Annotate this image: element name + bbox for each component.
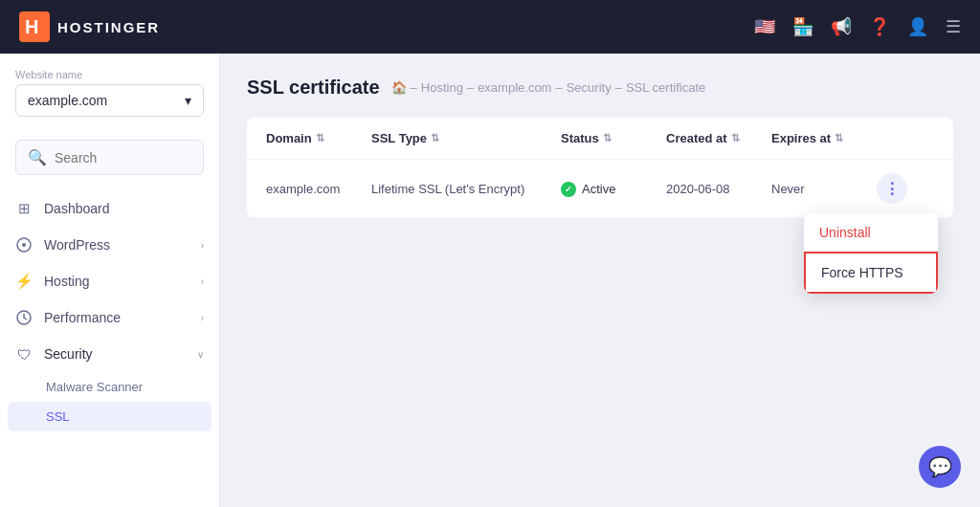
user-icon[interactable]: 👤: [907, 16, 928, 37]
megaphone-icon[interactable]: 📢: [831, 16, 852, 37]
active-status-icon: [561, 182, 576, 197]
main-content: SSL certificate 🏠 – Hosting – example.co…: [220, 54, 980, 507]
sidebar-item-security[interactable]: 🛡 Security ∨: [0, 336, 219, 372]
sidebar-item-wordpress[interactable]: WordPress ›: [0, 227, 219, 263]
force-https-button[interactable]: Force HTTPS: [804, 252, 938, 294]
chat-bubble-button[interactable]: 💬: [919, 446, 961, 488]
chat-icon: 💬: [928, 455, 952, 478]
sidebar-subitem-malware-scanner[interactable]: Malware Scanner: [0, 372, 219, 402]
svg-point-3: [22, 243, 26, 247]
cell-domain: example.com: [266, 182, 371, 196]
chevron-down-icon: ∨: [197, 349, 204, 360]
col-ssl-type[interactable]: SSL Type ⇅: [371, 131, 561, 145]
more-actions-button[interactable]: ⋮: [877, 173, 907, 204]
sidebar: Website name example.com ▾ 🔍 ⊞ Dashboard…: [0, 54, 220, 507]
chevron-right-icon: ›: [201, 276, 204, 287]
page-title: SSL certificate: [247, 77, 380, 99]
security-icon: 🛡: [15, 345, 33, 363]
cell-ssl-type: Lifetime SSL (Let's Encrypt): [371, 182, 561, 196]
svg-text:H: H: [25, 16, 39, 37]
col-actions: [877, 131, 934, 145]
logo[interactable]: H HOSTINGER: [19, 11, 160, 42]
ssl-label: SSL: [46, 409, 70, 424]
col-domain[interactable]: Domain ⇅: [266, 131, 371, 145]
menu-icon[interactable]: ☰: [946, 16, 961, 37]
table-row: example.com Lifetime SSL (Let's Encrypt)…: [247, 160, 953, 218]
website-dropdown[interactable]: example.com ▾: [15, 84, 204, 117]
flag-icon[interactable]: 🇺🇸: [754, 16, 775, 37]
website-label: Website name: [15, 69, 204, 80]
page-header: SSL certificate 🏠 – Hosting – example.co…: [247, 77, 953, 99]
dashboard-icon: ⊞: [15, 200, 33, 217]
search-box[interactable]: 🔍: [15, 140, 204, 175]
cell-status: Active: [561, 181, 666, 197]
sidebar-subitem-ssl[interactable]: SSL: [8, 402, 212, 431]
sidebar-item-label: Dashboard: [44, 201, 110, 216]
col-created-at[interactable]: Created at ⇅: [666, 131, 771, 145]
sort-icon: ⇅: [316, 132, 324, 144]
table-header: Domain ⇅ SSL Type ⇅ Status ⇅ Created at …: [247, 118, 953, 160]
cell-more-actions: ⋮: [877, 173, 934, 204]
website-selector: Website name example.com ▾: [0, 69, 219, 132]
store-icon[interactable]: 🏪: [792, 16, 813, 37]
col-expires-at[interactable]: Expires at ⇅: [771, 131, 877, 145]
brand-name: HOSTINGER: [57, 19, 160, 35]
col-status[interactable]: Status ⇅: [561, 131, 666, 145]
sort-icon: ⇅: [431, 132, 439, 144]
sidebar-item-label: WordPress: [44, 237, 110, 253]
sort-icon: ⇅: [731, 132, 740, 144]
search-icon: 🔍: [28, 148, 47, 166]
chevron-right-icon: ›: [201, 240, 204, 251]
performance-icon: [15, 309, 33, 326]
sidebar-item-performance[interactable]: Performance ›: [0, 299, 219, 336]
sidebar-item-label: Hosting: [44, 274, 89, 289]
uninstall-button[interactable]: Uninstall: [804, 213, 938, 252]
sidebar-item-hosting[interactable]: ⚡ Hosting ›: [0, 263, 219, 299]
top-navigation: H HOSTINGER 🇺🇸 🏪 📢 ❓ 👤 ☰: [0, 0, 980, 54]
sidebar-item-label: Security: [44, 346, 93, 362]
cell-expires-at: Never: [771, 182, 877, 196]
home-icon: 🏠: [391, 80, 407, 95]
sidebar-item-dashboard[interactable]: ⊞ Dashboard: [0, 190, 219, 227]
sidebar-item-label: Performance: [44, 310, 121, 325]
search-input[interactable]: [55, 150, 191, 165]
breadcrumb: 🏠 – Hosting – example.com – Security – S…: [391, 80, 706, 95]
malware-scanner-label: Malware Scanner: [46, 380, 143, 394]
cell-created-at: 2020-06-08: [666, 182, 771, 196]
hosting-icon: ⚡: [15, 273, 33, 290]
help-icon[interactable]: ❓: [869, 16, 890, 37]
sort-icon: ⇅: [603, 132, 612, 144]
hostinger-logo-icon: H: [19, 11, 50, 42]
website-value: example.com: [28, 93, 107, 108]
wordpress-icon: [15, 236, 33, 254]
status-badge: Active: [561, 182, 615, 197]
chevron-down-icon: ▾: [185, 93, 191, 108]
sort-icon: ⇅: [835, 132, 843, 144]
ssl-table-card: Domain ⇅ SSL Type ⇅ Status ⇅ Created at …: [247, 118, 953, 218]
topnav-actions: 🇺🇸 🏪 📢 ❓ 👤 ☰: [754, 16, 961, 37]
actions-dropdown: Uninstall Force HTTPS: [804, 213, 938, 294]
chevron-right-icon: ›: [201, 313, 204, 323]
